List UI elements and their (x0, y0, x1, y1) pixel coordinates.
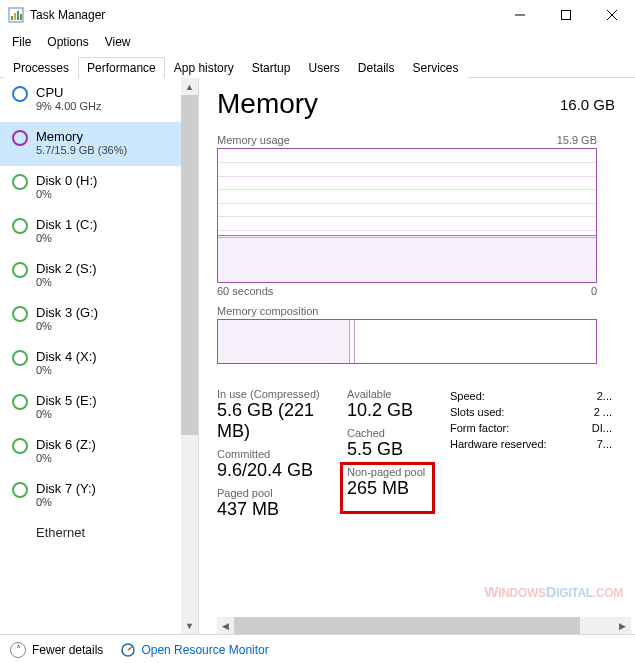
svg-line-10 (128, 647, 132, 650)
resource-monitor-icon (121, 643, 135, 657)
time-axis-left: 60 seconds (217, 285, 273, 297)
scroll-down-icon[interactable]: ▼ (181, 617, 198, 634)
fewer-details-link[interactable]: Fewer details (32, 643, 103, 657)
memory-total: 16.0 GB (560, 96, 615, 113)
disk-ring-icon (12, 438, 28, 454)
sidebar-item-disk5[interactable]: Disk 5 (E:)0% (0, 386, 181, 430)
sidebar-item-label: CPU (36, 85, 101, 100)
committed-value: 9.6/20.4 GB (217, 460, 347, 481)
disk-ring-icon (12, 482, 28, 498)
sidebar-item-label: Disk 6 (Z:) (36, 437, 96, 452)
sidebar-item-label: Disk 2 (S:) (36, 261, 97, 276)
scroll-up-icon[interactable]: ▲ (181, 78, 198, 95)
sidebar-item-disk0[interactable]: Disk 0 (H:)0% (0, 166, 181, 210)
title-bar: Task Manager (0, 0, 635, 30)
disk-ring-icon (12, 306, 28, 322)
minimize-button[interactable] (497, 0, 543, 30)
disk-ring-icon (12, 174, 28, 190)
sidebar-item-disk4[interactable]: Disk 4 (X:)0% (0, 342, 181, 386)
menu-options[interactable]: Options (41, 33, 94, 51)
sidebar-item-label: Disk 4 (X:) (36, 349, 97, 364)
watermark: WINDOWSDIGITAL.COM (484, 583, 623, 600)
sidebar-item-disk7[interactable]: Disk 7 (Y:)0% (0, 474, 181, 518)
sidebar-item-label: Disk 1 (C:) (36, 217, 97, 232)
sidebar-item-disk2[interactable]: Disk 2 (S:)0% (0, 254, 181, 298)
hw-val: 7... (597, 438, 612, 450)
highlight-box (340, 462, 435, 514)
sidebar-item-ethernet[interactable]: Ethernet (0, 518, 181, 542)
form-val: DI... (592, 422, 612, 434)
sidebar-item-sub: 5.7/15.9 GB (36%) (36, 144, 127, 156)
tab-services[interactable]: Services (404, 57, 468, 78)
scroll-left-icon[interactable]: ◀ (217, 617, 234, 634)
sidebar-item-sub: 0% (36, 452, 96, 464)
main-h-scrollbar[interactable]: ◀ ▶ (217, 617, 631, 634)
sidebar-item-sub: 0% (36, 364, 97, 376)
scroll-right-icon[interactable]: ▶ (614, 617, 631, 634)
tab-performance[interactable]: Performance (78, 57, 165, 78)
tab-startup[interactable]: Startup (243, 57, 300, 78)
composition-label: Memory composition (217, 305, 631, 317)
maximize-button[interactable] (543, 0, 589, 30)
slots-val: 2 ... (594, 406, 612, 418)
speed-val: 2... (597, 390, 612, 402)
sidebar-item-label: Disk 0 (H:) (36, 173, 97, 188)
disk-ring-icon (12, 394, 28, 410)
sidebar-scrollbar[interactable]: ▲ ▼ (181, 78, 198, 634)
disk-ring-icon (12, 218, 28, 234)
sidebar-item-sub: 0% (36, 276, 97, 288)
svg-rect-2 (14, 13, 16, 20)
open-resource-monitor-link[interactable]: Open Resource Monitor (141, 643, 268, 657)
sidebar-item-cpu[interactable]: CPU 9% 4.00 GHz (0, 78, 181, 122)
sidebar-item-label: Disk 3 (G:) (36, 305, 98, 320)
footer-bar: ˄ Fewer details Open Resource Monitor (0, 634, 635, 663)
slots-key: Slots used: (450, 406, 504, 418)
cached-label: Cached (347, 427, 450, 439)
sidebar-item-memory[interactable]: Memory 5.7/15.9 GB (36%) (0, 122, 181, 166)
sidebar-item-sub: 0% (36, 496, 96, 508)
content-area: CPU 9% 4.00 GHz Memory 5.7/15.9 GB (36%)… (0, 78, 635, 634)
tab-strip: Processes Performance App history Startu… (0, 56, 635, 78)
svg-rect-6 (562, 11, 571, 20)
hw-key: Hardware reserved: (450, 438, 547, 450)
sidebar-item-label: Memory (36, 129, 127, 144)
chevron-up-icon[interactable]: ˄ (10, 642, 26, 658)
form-key: Form factor: (450, 422, 509, 434)
menu-view[interactable]: View (99, 33, 137, 51)
menu-bar: File Options View (0, 30, 635, 54)
disk-ring-icon (12, 350, 28, 366)
sidebar-item-sub: 0% (36, 232, 97, 244)
sidebar-item-sub: 0% (36, 408, 97, 420)
committed-label: Committed (217, 448, 347, 460)
usage-label: Memory usage (217, 134, 290, 146)
memory-composition-graph (217, 319, 597, 364)
tab-app-history[interactable]: App history (165, 57, 243, 78)
h-scroll-thumb[interactable] (234, 617, 580, 634)
tab-processes[interactable]: Processes (4, 57, 78, 78)
tab-details[interactable]: Details (349, 57, 404, 78)
sidebar-item-disk6[interactable]: Disk 6 (Z:)0% (0, 430, 181, 474)
window-title: Task Manager (30, 8, 497, 22)
pagedpool-label: Paged pool (217, 487, 347, 499)
sidebar-item-disk3[interactable]: Disk 3 (G:)0% (0, 298, 181, 342)
sidebar-item-label: Disk 5 (E:) (36, 393, 97, 408)
sidebar-item-label: Ethernet (36, 525, 85, 540)
memory-ring-icon (12, 130, 28, 146)
svg-rect-4 (20, 14, 22, 20)
scroll-thumb[interactable] (181, 95, 198, 435)
speed-key: Speed: (450, 390, 485, 402)
close-button[interactable] (589, 0, 635, 30)
sidebar-item-label: Disk 7 (Y:) (36, 481, 96, 496)
svg-rect-1 (11, 16, 13, 20)
sidebar-item-disk1[interactable]: Disk 1 (C:)0% (0, 210, 181, 254)
disk-ring-icon (12, 262, 28, 278)
app-icon (8, 7, 24, 23)
memory-usage-graph (217, 148, 597, 283)
sidebar-item-sub: 0% (36, 320, 98, 332)
menu-file[interactable]: File (6, 33, 37, 51)
inuse-label: In use (Compressed) (217, 388, 347, 400)
tab-users[interactable]: Users (299, 57, 348, 78)
cpu-ring-icon (12, 86, 28, 102)
inuse-value: 5.6 GB (221 MB) (217, 400, 347, 442)
available-value: 10.2 GB (347, 400, 450, 421)
